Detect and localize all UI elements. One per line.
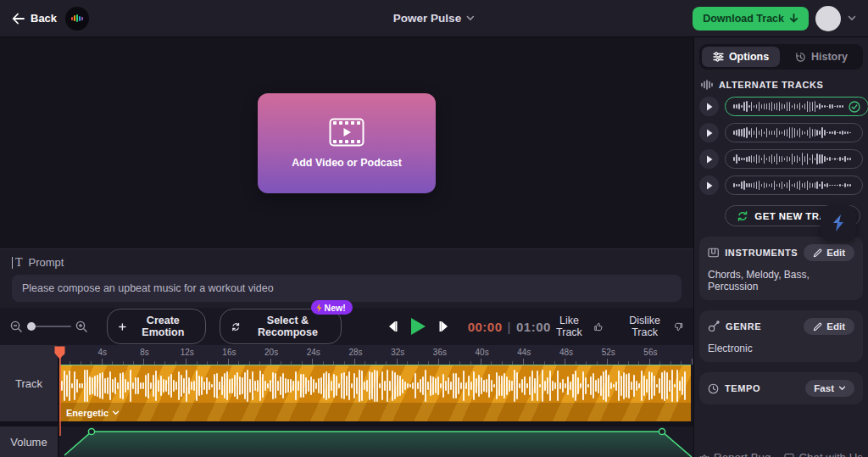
refresh-loop-icon	[737, 211, 748, 221]
sidebar-tabs: Options History	[699, 44, 863, 70]
add-video-card[interactable]: Add Video or Podcast	[258, 93, 436, 193]
genre-value: Electronic	[708, 343, 854, 354]
tempo-select[interactable]: Fast	[805, 380, 854, 397]
next-frame-button[interactable]	[437, 320, 451, 333]
tab-history[interactable]: History	[782, 47, 860, 67]
chevron-down-icon	[466, 15, 475, 21]
edit-label: Edit	[826, 321, 845, 332]
track-row-label: Track	[0, 345, 59, 421]
previous-frame-button[interactable]	[386, 320, 399, 333]
bug-icon	[699, 453, 709, 457]
edit-genre-button[interactable]: Edit	[804, 318, 854, 335]
thumbs-up-icon	[593, 320, 603, 333]
alternate-track-row-3	[699, 149, 863, 169]
recompose-icon	[231, 321, 240, 332]
mood-label: Energetic	[66, 408, 108, 418]
playhead[interactable]	[54, 346, 65, 439]
assistant-widget[interactable]	[821, 205, 856, 241]
back-button[interactable]: Back	[12, 12, 57, 25]
download-arrow-icon	[789, 14, 798, 24]
brand-s-logo-icon	[829, 213, 848, 233]
step-forward-icon	[437, 320, 451, 333]
tempo-card: TEMPO Fast	[699, 372, 863, 404]
track-title: Power Pulse	[393, 12, 461, 25]
select-recompose-button[interactable]: Select & Recompose New!	[220, 309, 342, 344]
timecode: 00:00 | 01:00	[468, 320, 551, 334]
step-back-icon	[386, 320, 399, 333]
track-title-menu[interactable]: Power Pulse	[393, 12, 475, 25]
text-cursor-icon: T	[12, 257, 23, 269]
track-option[interactable]	[725, 176, 863, 195]
dislike-track-button[interactable]: Dislike Track	[622, 315, 684, 338]
audio-clip[interactable]: Energetic	[59, 365, 691, 421]
prompt-input[interactable]	[12, 275, 682, 302]
prompt-panel: T Prompt	[0, 248, 693, 308]
chat-icon	[784, 453, 794, 457]
report-bug-label: Report Bug	[714, 451, 771, 457]
film-icon	[329, 118, 364, 147]
timeline-zoom-control	[10, 320, 88, 333]
play-track-button[interactable]	[699, 123, 719, 142]
envelope-handle-start[interactable]	[88, 428, 94, 434]
track-option[interactable]	[725, 149, 863, 169]
clip-waveform	[61, 368, 689, 404]
timeline-ruler[interactable]: 0s4s8s12s16s20s24s28s32s36s40s44s48s52s5…	[59, 345, 693, 365]
app-logo[interactable]	[65, 7, 89, 31]
chevron-down-icon	[838, 386, 846, 391]
prompt-label: Prompt	[29, 256, 64, 269]
track-option-selected[interactable]	[725, 97, 868, 116]
total-time: 01:00	[516, 320, 551, 334]
guitar-icon	[708, 320, 720, 332]
topbar: Back Power Pulse Download Track	[0, 0, 868, 37]
tempo-value: Fast	[814, 383, 834, 393]
chat-with-us-link[interactable]: Chat with Us	[784, 451, 863, 457]
tab-options-label: Options	[729, 51, 769, 63]
zoom-out-icon[interactable]	[10, 320, 23, 333]
track-row: Energetic	[59, 365, 693, 421]
app-root: Back Power Pulse Download Track	[0, 0, 868, 457]
zoom-slider-handle[interactable]	[27, 322, 36, 331]
main-panel: Add Video or Podcast T Prompt Cr	[0, 37, 693, 457]
edit-instruments-button[interactable]: Edit	[804, 244, 854, 261]
play-button[interactable]	[410, 317, 426, 336]
piano-icon	[708, 248, 719, 258]
alternate-track-row-2	[699, 123, 863, 142]
current-time: 00:00	[468, 320, 503, 334]
back-label: Back	[31, 12, 57, 25]
like-track-label: Like Track	[551, 315, 587, 338]
envelope-handle-end[interactable]	[659, 428, 665, 434]
play-track-button[interactable]	[699, 97, 719, 116]
mood-selector[interactable]: Energetic	[66, 408, 120, 418]
dislike-track-label: Dislike Track	[622, 315, 668, 338]
tab-options[interactable]: Options	[702, 47, 780, 67]
add-video-label: Add Video or Podcast	[292, 157, 402, 169]
report-bug-link[interactable]: Report Bug	[699, 451, 771, 457]
play-track-button[interactable]	[699, 149, 719, 169]
like-track-button[interactable]: Like Track	[551, 315, 604, 338]
track-option[interactable]	[725, 123, 863, 142]
sliders-icon	[713, 52, 724, 62]
volume-envelope[interactable]	[59, 426, 693, 457]
thumbs-down-icon	[674, 320, 683, 333]
create-emotion-button[interactable]: Create Emotion	[107, 309, 206, 344]
pencil-icon	[813, 322, 822, 332]
play-icon	[410, 317, 426, 336]
clock-icon	[708, 383, 719, 394]
instruments-card: INSTRUMENTS Edit Chords, Melody, Bass, P…	[699, 237, 863, 300]
play-icon	[706, 129, 713, 137]
zoom-in-icon[interactable]	[75, 320, 88, 333]
account-menu-chevron-icon[interactable]	[848, 15, 856, 21]
select-recompose-label: Select & Recompose	[246, 315, 329, 338]
time-separator: |	[508, 320, 511, 334]
play-track-button[interactable]	[699, 176, 719, 195]
history-icon	[795, 52, 806, 63]
check-circle-icon	[849, 101, 860, 113]
download-label: Download Track	[703, 13, 784, 25]
avatar[interactable]	[815, 6, 841, 31]
waveform-icon	[701, 80, 713, 90]
download-track-button[interactable]: Download Track	[693, 7, 809, 31]
zoom-slider[interactable]	[27, 326, 71, 327]
new-badge-label: New!	[325, 303, 346, 313]
genre-card: GENRE Edit Electronic	[699, 310, 863, 362]
playback-toolbar: Create Emotion Select & Recompose New!	[0, 308, 693, 345]
